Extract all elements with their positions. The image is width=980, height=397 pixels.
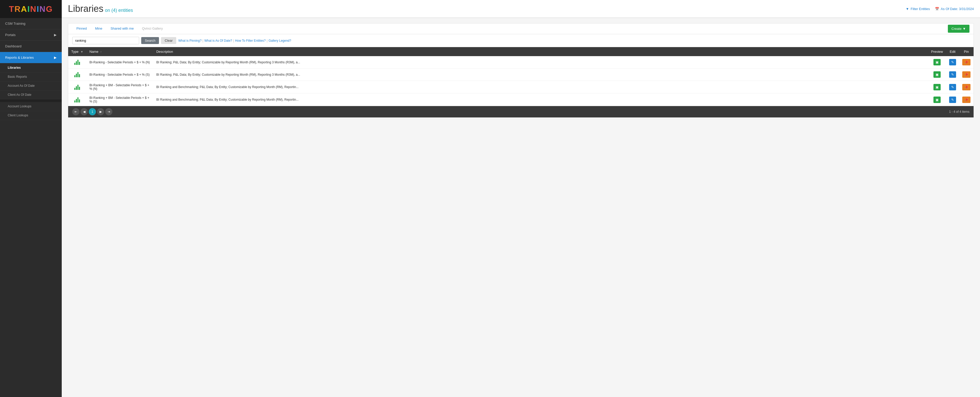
page-1-button[interactable]: 1 (89, 108, 96, 115)
row-preview-cell: ▣ (928, 81, 946, 94)
sidebar-sub-client-as-of-date[interactable]: Client As Of Date (0, 90, 62, 99)
what-is-pinning-link[interactable]: What is Pinning? (178, 39, 201, 43)
filter-entities-link[interactable]: ▼ Filter Entities (906, 7, 930, 11)
type-filter-icon[interactable]: ▼ (81, 50, 83, 53)
tab-actions: Create ▼ (948, 25, 969, 33)
pin-button[interactable]: 📌 (962, 71, 970, 78)
calendar-icon: 📅 (935, 7, 939, 11)
edit-button[interactable]: ✎ (949, 71, 956, 78)
logo: TRAINING (9, 4, 53, 14)
top-header: Librarieson (4) entities ▼ Filter Entiti… (62, 0, 980, 18)
sidebar-item-reports-libraries[interactable]: Reports & Libraries ▶ (0, 52, 62, 63)
pin-button[interactable]: 📌 (962, 59, 970, 65)
row-name: BI-Ranking + BM - Selectable Periods + $… (86, 94, 153, 106)
last-page-button[interactable]: ⇥ (105, 108, 112, 115)
row-preview-cell: ▣ (928, 94, 946, 106)
pagination-bar: ⇤ ◀ 1 ▶ ⇥ 1 - 4 of 4 items (68, 106, 974, 117)
row-description: BI Ranking; P&L Data; By Entity; Customi… (153, 56, 928, 69)
row-pin-cell: 📌 (959, 69, 974, 81)
row-name: BI-Ranking - Selectable Periods + $ + % … (86, 56, 153, 69)
preview-button[interactable]: ▣ (934, 84, 941, 90)
chevron-right-icon: ▶ (54, 33, 57, 37)
main-content: Librarieson (4) entities ▼ Filter Entiti… (62, 0, 980, 397)
row-preview-cell: ▣ (928, 56, 946, 69)
chevron-right-icon: ▶ (54, 56, 57, 59)
row-edit-cell: ✎ (946, 69, 959, 81)
row-pin-cell: 📌 (959, 56, 974, 69)
pin-button[interactable]: 📌 (962, 84, 970, 90)
what-is-as-of-date-link[interactable]: What is As Of Date? (204, 39, 232, 43)
row-edit-cell: ✎ (946, 94, 959, 106)
sidebar: TRAINING CSM Training Portals ▶ Dashboar… (0, 0, 62, 397)
tab-shared-with-me[interactable]: Shared with me (107, 24, 138, 34)
row-type-icon (68, 56, 86, 69)
search-bar: Search Clear What is Pinning? | What is … (68, 34, 974, 47)
search-input[interactable] (72, 37, 139, 44)
edit-button[interactable]: ✎ (949, 97, 956, 103)
logo-container: TRAINING (0, 0, 62, 18)
page-title: Librarieson (4) entities (68, 3, 133, 14)
tab-pinned[interactable]: Pinned (72, 24, 91, 34)
preview-button[interactable]: ▣ (934, 71, 941, 78)
as-of-date-link[interactable]: 📅 As Of Date: 3/31/2024 (935, 7, 974, 11)
filter-icon: ▼ (906, 7, 909, 11)
table-row: BI-Ranking + BM - Selectable Periods + $… (68, 94, 974, 106)
col-header-name[interactable]: Name ↑ (86, 47, 153, 56)
row-name: BI-Ranking - Selectable Periods + $ + % … (86, 69, 153, 81)
row-type-icon (68, 81, 86, 94)
col-header-description: Description (153, 47, 928, 56)
table-row: BI-Ranking + BM - Selectable Periods + $… (68, 81, 974, 94)
edit-button[interactable]: ✎ (949, 84, 956, 90)
preview-button[interactable]: ▣ (934, 97, 941, 103)
row-name: BI-Ranking + BM - Selectable Periods + $… (86, 81, 153, 94)
libraries-table: Type ▼ Name ↑ Description Preview (68, 47, 974, 106)
edit-button[interactable]: ✎ (949, 59, 956, 65)
row-edit-cell: ✎ (946, 56, 959, 69)
col-header-pin: Pin (959, 47, 974, 56)
sidebar-sub-account-lookups[interactable]: Account Lookups (0, 102, 62, 111)
row-description: BI Ranking and Benchmarking; P&L Data; B… (153, 81, 928, 94)
sidebar-item-portals[interactable]: Portals ▶ (0, 29, 62, 41)
row-type-icon (68, 69, 86, 81)
header-actions: ▼ Filter Entities 📅 As Of Date: 3/31/202… (906, 7, 974, 11)
next-page-button[interactable]: ▶ (97, 108, 104, 115)
clear-button[interactable]: Clear (161, 37, 176, 44)
tab-qvinci-gallery: Qvinci Gallery (138, 24, 167, 34)
sidebar-item-csm-training[interactable]: CSM Training (0, 18, 62, 29)
name-sort-icon: ↑ (100, 50, 102, 53)
row-pin-cell: 📌 (959, 94, 974, 106)
col-header-preview: Preview (928, 47, 946, 56)
row-edit-cell: ✎ (946, 81, 959, 94)
tab-mine[interactable]: Mine (91, 24, 106, 34)
help-links: What is Pinning? | What is As Of Date? |… (178, 39, 291, 43)
sidebar-sub-libraries[interactable]: Libraries (0, 63, 62, 72)
sidebar-sub-basic-reports[interactable]: Basic Reports (0, 72, 62, 81)
table-row: BI-Ranking - Selectable Periods + $ + % … (68, 56, 974, 69)
libraries-card: Pinned Mine Shared with me Qvinci Galler… (68, 23, 974, 118)
row-description: BI Ranking and Benchmarking; P&L Data; B… (153, 94, 928, 106)
dropdown-arrow-icon: ▼ (963, 27, 966, 30)
page-info: 1 - 4 of 4 items (949, 110, 969, 113)
col-header-type: Type ▼ (68, 47, 86, 56)
row-pin-cell: 📌 (959, 81, 974, 94)
tabs-bar: Pinned Mine Shared with me Qvinci Galler… (68, 24, 974, 34)
how-to-filter-link[interactable]: How To Filter Entities? (235, 39, 266, 43)
search-button[interactable]: Search (141, 37, 159, 44)
create-button[interactable]: Create ▼ (948, 25, 969, 33)
preview-button[interactable]: ▣ (934, 59, 941, 65)
table-row: BI-Ranking - Selectable Periods + $ + % … (68, 69, 974, 81)
row-description: BI Ranking; P&L Data; By Entity; Customi… (153, 69, 928, 81)
pin-button[interactable]: 📌 (962, 97, 970, 103)
content-area: Pinned Mine Shared with me Qvinci Galler… (62, 18, 980, 397)
row-type-icon (68, 94, 86, 106)
gallery-legend-link[interactable]: Gallery Legend? (269, 39, 291, 43)
sidebar-item-dashboard[interactable]: Dashboard (0, 41, 62, 52)
prev-page-button[interactable]: ◀ (81, 108, 88, 115)
sidebar-sub-client-lookups[interactable]: Client Lookups (0, 111, 62, 120)
col-header-edit: Edit (946, 47, 959, 56)
first-page-button[interactable]: ⇤ (72, 108, 80, 115)
sidebar-sub-account-as-of-date[interactable]: Account As Of Date (0, 81, 62, 90)
row-preview-cell: ▣ (928, 69, 946, 81)
